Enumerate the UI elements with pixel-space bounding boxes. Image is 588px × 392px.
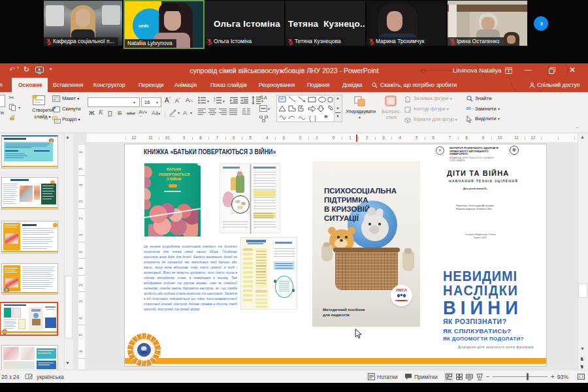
svg-text:}: } — [314, 115, 316, 122]
svg-text:{: { — [309, 115, 311, 122]
svg-text:2: 2 — [214, 99, 216, 102]
